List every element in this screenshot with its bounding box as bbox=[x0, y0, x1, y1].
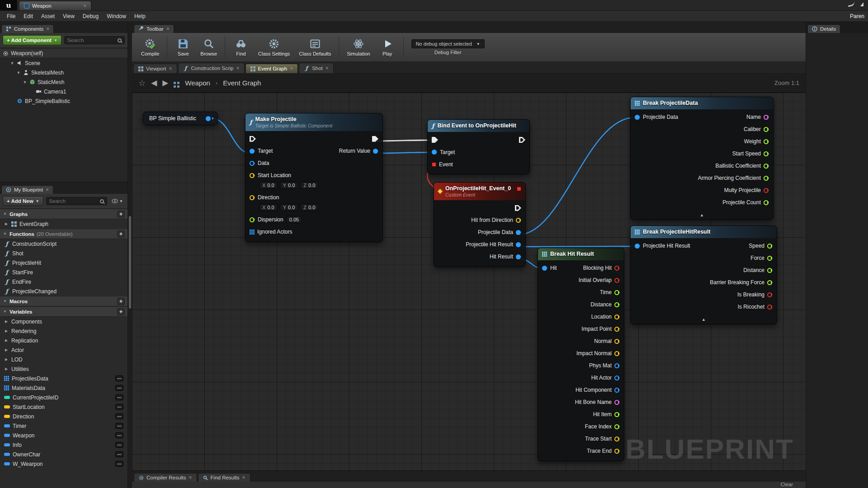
component-item-skeletalmesh[interactable]: ▼SkeletalMesh bbox=[0, 68, 127, 77]
variable-category-rendering[interactable]: ▶Rendering bbox=[0, 326, 127, 336]
pin-group-exec[interactable] bbox=[432, 137, 438, 143]
components-root-item[interactable]: Weapon(self) bbox=[0, 49, 127, 58]
pin-group-ignored-actors[interactable]: Ignored Actors bbox=[250, 229, 292, 235]
pin-group-speed[interactable]: Speed bbox=[749, 243, 773, 249]
exec-pin[interactable] bbox=[372, 136, 378, 142]
menu-edit[interactable]: Edit bbox=[19, 11, 37, 21]
variable-materialsdata[interactable]: MaterialsData bbox=[0, 383, 127, 393]
vector-input-y[interactable]: Y0.0 bbox=[280, 204, 298, 211]
doc-tab-construction-scrip[interactable]: ƒConstruction Scrip× bbox=[178, 63, 245, 73]
node-bp-simple-ballistic[interactable]: BP Simple Ballistic bbox=[143, 112, 218, 125]
tab-details[interactable]: Details bbox=[807, 24, 840, 33]
pin-group-caliber[interactable]: Caliber bbox=[744, 126, 769, 132]
exec-pin[interactable] bbox=[519, 137, 525, 143]
pin-group-trace-start[interactable]: Trace Start bbox=[585, 436, 620, 442]
section-add-button[interactable]: + bbox=[117, 230, 125, 238]
list-item-shot[interactable]: ƒShot bbox=[0, 249, 127, 258]
components-search[interactable] bbox=[64, 36, 125, 44]
expander-icon[interactable]: ▶ bbox=[4, 222, 9, 226]
visibility-filter-button[interactable]: ▼ bbox=[110, 198, 125, 204]
exec-pin[interactable] bbox=[515, 205, 521, 211]
tab-toolbar[interactable]: Toolbar × bbox=[134, 24, 174, 33]
section-header-graphs[interactable]: ▼Graphs+ bbox=[0, 209, 127, 219]
pin-group-return-value[interactable]: Return Value bbox=[339, 148, 378, 154]
pin-group-weight[interactable]: Weight bbox=[744, 138, 769, 145]
add-new-button[interactable]: + Add New ▼ bbox=[3, 196, 43, 206]
forward-arrow-icon[interactable]: ▶ bbox=[162, 78, 168, 88]
expander-icon[interactable]: ▶ bbox=[4, 367, 9, 371]
variable-category-utilities[interactable]: ▶Utilities bbox=[0, 364, 127, 374]
pin-group-projectile-data[interactable]: Projectile Data bbox=[635, 114, 678, 120]
eye-off-icon[interactable] bbox=[115, 413, 123, 419]
pin-group-dispersion[interactable]: Dispersion0.05 bbox=[250, 216, 302, 223]
bottom-tab-find-results[interactable]: Find Results× bbox=[198, 473, 250, 482]
tab-components[interactable]: Components × bbox=[1, 24, 54, 33]
pin-group-phys-mat[interactable]: Phys Mat bbox=[589, 362, 620, 369]
section-header-functions[interactable]: ▼Functions(20 Overridable)+ bbox=[0, 229, 127, 239]
list-item-eventgraph[interactable]: ▶EventGraph bbox=[0, 219, 127, 229]
menu-asset[interactable]: Asset bbox=[37, 11, 59, 21]
list-item-projectilehit[interactable]: ƒProjectileHit bbox=[0, 258, 127, 267]
toolbar-button-class-defaults[interactable]: Class Defaults bbox=[294, 36, 335, 58]
expander-icon[interactable]: ▶ bbox=[4, 319, 9, 324]
variable-startlocation[interactable]: StartLocation bbox=[0, 402, 127, 412]
scrollbar-thumb[interactable] bbox=[129, 216, 131, 309]
toolbar-button-save[interactable]: Save bbox=[170, 36, 196, 58]
pin-group-exec[interactable] bbox=[519, 137, 525, 143]
pin-group-is-breaking[interactable]: Is Breaking bbox=[737, 291, 773, 298]
vector-input-y[interactable]: Y0.0 bbox=[280, 182, 298, 189]
component-item-camera1[interactable]: Camera1 bbox=[0, 87, 127, 96]
pin-group-name[interactable]: Name bbox=[746, 114, 769, 120]
expander-icon[interactable]: ▼ bbox=[23, 80, 27, 84]
variable-info[interactable]: Info bbox=[0, 440, 127, 450]
pin-group-exec[interactable] bbox=[515, 205, 521, 211]
list-item-projectilechanged[interactable]: ƒProjectileChanged bbox=[0, 286, 127, 296]
toolbar-button-compile[interactable]: Compile bbox=[137, 36, 164, 58]
expander-icon[interactable]: ▼ bbox=[10, 61, 14, 66]
pin-group-trace-end[interactable]: Trace End bbox=[587, 448, 620, 454]
component-item-bp-simpleballistic[interactable]: BP_SimpleBallistic bbox=[0, 96, 127, 106]
pin-group-location[interactable]: Location bbox=[591, 314, 620, 320]
eye-off-icon[interactable] bbox=[115, 423, 123, 429]
clear-button[interactable]: Clear bbox=[781, 482, 793, 488]
pin-group-projectile-hit-result[interactable]: Projectile Hit Result bbox=[466, 241, 521, 248]
close-icon[interactable]: × bbox=[236, 66, 240, 71]
delegate-pin[interactable] bbox=[517, 187, 521, 191]
pin-group-distance[interactable]: Distance bbox=[743, 267, 773, 273]
event-graph-canvas[interactable]: BLUEPRINT BP Simple BallisticƒMake Proje… bbox=[132, 93, 806, 470]
menu-file[interactable]: File bbox=[3, 11, 19, 21]
toolbar-button-class-settings[interactable]: Class Settings bbox=[254, 36, 294, 58]
pin-group-exec[interactable] bbox=[250, 136, 256, 142]
pin-group-exec[interactable] bbox=[372, 136, 378, 142]
variable-currentprojectileid[interactable]: CurrentProjectileID bbox=[0, 393, 127, 402]
eye-off-icon[interactable] bbox=[115, 442, 123, 448]
expander-icon[interactable]: ▶ bbox=[4, 329, 9, 333]
section-header-macros[interactable]: ▼Macros+ bbox=[0, 296, 127, 306]
my-blueprint-search-input[interactable] bbox=[49, 198, 98, 204]
pin-group-hit-from-direction[interactable]: Hit from Direction bbox=[471, 217, 521, 223]
add-component-button[interactable]: + Add Component ▼ bbox=[3, 35, 61, 45]
pin-group-time[interactable]: Time bbox=[600, 289, 620, 296]
pin-group-blocking-hit[interactable]: Blocking Hit bbox=[583, 265, 620, 271]
pin-group-armor-piercing-coefficient[interactable]: Armor Piercing Coefficient bbox=[698, 175, 769, 181]
collapse-toggle[interactable]: ▲ bbox=[631, 317, 777, 324]
variable-ownerchar[interactable]: OwnerChar bbox=[0, 450, 127, 459]
components-search-input[interactable] bbox=[67, 38, 116, 43]
pin-group-projectile-hit-result[interactable]: Projectile Hit Result bbox=[635, 243, 690, 249]
component-item-scene[interactable]: ▼Scene bbox=[0, 58, 127, 68]
eye-off-icon[interactable] bbox=[115, 451, 123, 457]
eye-off-icon[interactable] bbox=[115, 404, 123, 410]
array-pin[interactable] bbox=[250, 230, 255, 235]
variable-category-components[interactable]: ▶Components bbox=[0, 317, 127, 326]
variable-wearpon[interactable]: Wearpon bbox=[0, 431, 127, 440]
close-icon[interactable]: × bbox=[242, 475, 245, 480]
back-arrow-icon[interactable]: ◀ bbox=[151, 78, 157, 88]
eye-off-icon[interactable] bbox=[115, 385, 123, 391]
pin-group-distance[interactable]: Distance bbox=[590, 301, 620, 308]
section-add-button[interactable]: + bbox=[117, 308, 125, 315]
window-tab-weapon[interactable]: Weapon × bbox=[19, 1, 91, 10]
component-item-staticmesh[interactable]: ▼StaticMesh bbox=[0, 77, 127, 87]
exec-pin[interactable] bbox=[250, 136, 256, 142]
pin-group-impact-point[interactable]: Impact Point bbox=[581, 326, 620, 332]
brush-icon[interactable] bbox=[847, 1, 855, 7]
